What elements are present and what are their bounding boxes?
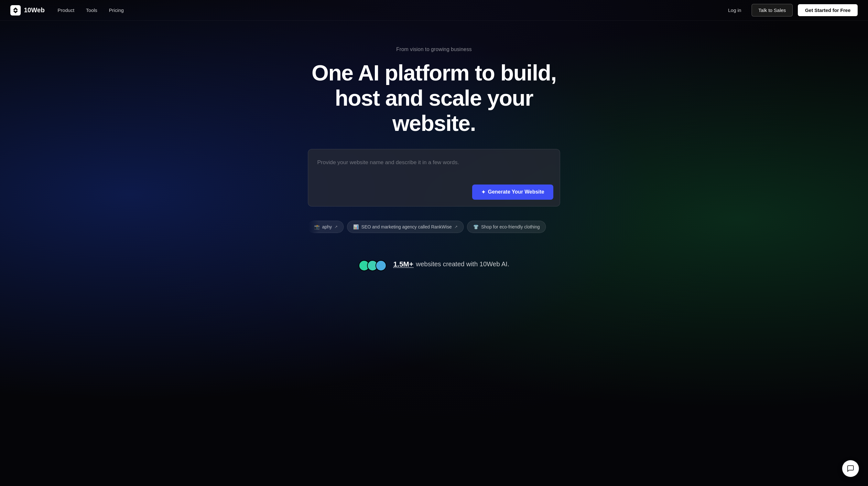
stats-text: websites created with 10Web AI.	[416, 260, 509, 268]
chip1-arrow-icon: ↗	[334, 225, 338, 229]
hero-title: One AI platform to build, host and scale…	[308, 60, 560, 136]
talk-to-sales-button[interactable]: Talk to Sales	[751, 4, 793, 17]
chip2-text: SEO and marketing agency called RankWise	[361, 224, 452, 229]
suggestion-chip-1[interactable]: 📸 aphy ↗	[308, 221, 344, 233]
nav-links: Product Tools Pricing	[58, 7, 124, 13]
nav-right: Log in Talk to Sales Get Started for Fre…	[723, 4, 858, 17]
stats-count: 1.5M+	[393, 260, 413, 268]
generate-website-button[interactable]: ✦ Generate Your Website	[472, 185, 553, 200]
chat-support-button[interactable]	[842, 460, 859, 477]
hero-section: From vision to growing business One AI p…	[0, 21, 868, 246]
navbar: 10Web Product Tools Pricing Log in Talk …	[0, 0, 868, 21]
nav-link-product[interactable]: Product	[58, 7, 74, 13]
login-button[interactable]: Log in	[723, 5, 746, 15]
suggestion-chip-3[interactable]: 👕 Shop for eco-friendly clothing	[467, 221, 546, 233]
nav-link-tools[interactable]: Tools	[86, 7, 97, 13]
chip3-text: Shop for eco-friendly clothing	[481, 224, 540, 229]
chip1-text: aphy	[322, 224, 332, 229]
hero-title-line1: One AI platform to build,	[312, 60, 557, 85]
suggestions-row: 📸 aphy ↗ 📊 SEO and marketing agency call…	[308, 221, 560, 233]
avatar-3	[375, 260, 386, 271]
chip2-arrow-icon: ↗	[454, 225, 458, 229]
brand-name: 10Web	[24, 6, 44, 14]
logo-icon	[10, 5, 21, 15]
chip3-emoji: 👕	[473, 224, 478, 229]
chip2-emoji: 📊	[353, 224, 359, 229]
hero-title-line2: host and scale your website.	[335, 86, 533, 135]
stats-section: 1.5M+ websites created with 10Web AI.	[0, 246, 868, 278]
generate-button-label: Generate Your Website	[488, 189, 544, 195]
get-started-button[interactable]: Get Started for Free	[798, 4, 858, 16]
nav-left: 10Web Product Tools Pricing	[10, 5, 124, 15]
chat-icon	[847, 465, 855, 473]
avatars-row	[359, 260, 386, 271]
suggestion-chip-2[interactable]: 📊 SEO and marketing agency called RankWi…	[347, 221, 463, 233]
logo[interactable]: 10Web	[10, 5, 44, 15]
website-input-box: ✦ Generate Your Website	[308, 149, 560, 206]
sparkle-icon: ✦	[481, 189, 486, 195]
nav-link-pricing[interactable]: Pricing	[109, 7, 124, 13]
hero-eyebrow: From vision to growing business	[396, 46, 472, 52]
svg-rect-0	[10, 5, 21, 15]
chip1-emoji: 📸	[314, 224, 319, 229]
